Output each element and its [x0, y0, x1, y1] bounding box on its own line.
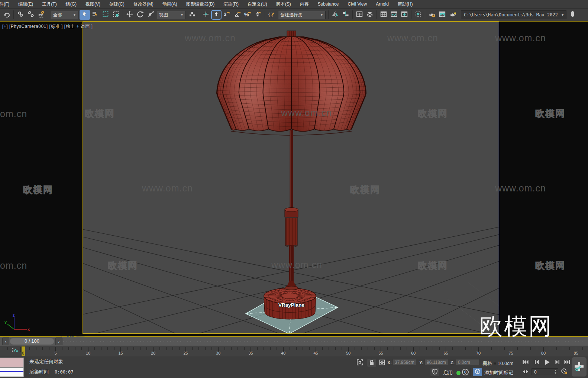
- menu-item-5[interactable]: 视图(V): [81, 0, 105, 8]
- go-start-icon: [522, 359, 529, 366]
- track-bar[interactable]: 0510152025303540455055606570758085: [0, 346, 588, 356]
- isolate-selection-button[interactable]: [413, 10, 423, 20]
- x-coordinate-field[interactable]: 37.959cm: [392, 359, 416, 365]
- menu-item-16[interactable]: Arnold: [371, 0, 393, 8]
- x-coordinate-label: X:: [387, 360, 392, 365]
- z-coordinate-field[interactable]: 0.0cm: [456, 359, 479, 365]
- select-and-rotate-button[interactable]: [135, 10, 145, 20]
- select-object-button[interactable]: [80, 10, 90, 20]
- add-time-tag-button[interactable]: 添加时间标记: [484, 369, 513, 376]
- mini-curve-editor-button[interactable]: [11, 347, 19, 355]
- menu-item-15[interactable]: Civil View: [343, 0, 371, 8]
- frame-number-25: 25: [184, 351, 188, 355]
- time-tag-cube-button[interactable]: [473, 368, 482, 376]
- menu-item-4[interactable]: 组(G): [61, 0, 81, 8]
- menu-item-6[interactable]: 创建(C): [105, 0, 129, 8]
- camera-viewport[interactable]: VRayPlane: [83, 22, 499, 334]
- status-green-indicator: [456, 371, 461, 375]
- time-slider-handle[interactable]: 0 / 100: [10, 337, 54, 345]
- frame-number-10: 10: [86, 351, 90, 355]
- go-to-end-button[interactable]: [563, 359, 572, 366]
- key-mode-toggle-button[interactable]: [522, 369, 529, 375]
- go-to-start-button[interactable]: [521, 359, 530, 366]
- next-frame-button[interactable]: [553, 359, 562, 366]
- macro-recorder-field[interactable]: [0, 358, 24, 368]
- select-and-scale-button[interactable]: [145, 10, 156, 20]
- angle-snap-button[interactable]: [232, 10, 242, 20]
- use-pivot-center-button[interactable]: [187, 10, 197, 20]
- menu-item-2[interactable]: 编辑(E): [14, 0, 38, 8]
- redo-button[interactable]: [1, 10, 12, 20]
- plus-key-icon: [573, 361, 585, 374]
- unlink-selection-button[interactable]: [26, 10, 36, 20]
- select-by-name-button[interactable]: [90, 10, 100, 20]
- toggle-scene-explorer-button[interactable]: [378, 10, 389, 20]
- named-selection-set-dropdown[interactable]: 创建选择集▼: [278, 11, 326, 19]
- align-button[interactable]: [340, 10, 351, 20]
- select-and-move-button[interactable]: [125, 10, 135, 20]
- menu-item-3[interactable]: 工具(T): [38, 0, 61, 8]
- statusbar-divider: [26, 357, 26, 377]
- edit-named-selection-button[interactable]: { }: [266, 10, 277, 20]
- menu-item-10[interactable]: 渲染(R): [219, 0, 243, 8]
- previous-frame-button[interactable]: [532, 359, 541, 366]
- scene-layers-button[interactable]: [365, 10, 375, 20]
- spinner-snap-button[interactable]: [253, 10, 263, 20]
- menu-item-7[interactable]: 修改器(M): [129, 0, 158, 8]
- adaptive-degradation-button[interactable]: [430, 368, 439, 376]
- select-object-icon: [81, 11, 88, 19]
- curve-editor-button[interactable]: [389, 10, 399, 20]
- menu-item-8[interactable]: 动画(A): [158, 0, 182, 8]
- menu-item-17[interactable]: 帮助(H): [393, 0, 417, 8]
- set-key-button[interactable]: [572, 357, 587, 377]
- viewport-label[interactable]: [+] [PhysCamera001] [标准 ] [粘土 + 边面 ]: [2, 23, 93, 30]
- chevron-down-icon: ▼: [73, 13, 76, 17]
- project-path-field[interactable]: C:\Users\Han\Documents\3ds Max 2022▼: [461, 10, 566, 19]
- menu-item-11[interactable]: 自定义(U): [243, 0, 272, 8]
- absolute-mode-button[interactable]: [378, 359, 387, 367]
- notification-count-badge[interactable]: 0: [462, 369, 469, 375]
- time-configuration-button[interactable]: [560, 368, 569, 375]
- selection-lock-toggle-button[interactable]: [367, 359, 376, 367]
- reference-coordinate-dropdown[interactable]: 视图▼: [157, 11, 186, 19]
- toolbar-separator: [265, 10, 265, 19]
- statusbar-divider: [471, 368, 471, 376]
- chevron-down-icon: ▼: [180, 13, 184, 17]
- menu-item-13[interactable]: 内容: [295, 0, 313, 8]
- svg-text:3: 3: [224, 12, 226, 17]
- rectangular-selection-region-button[interactable]: [100, 10, 111, 20]
- snap-toggle-button[interactable]: [211, 10, 222, 20]
- snap-3d-button[interactable]: 3: [222, 10, 232, 20]
- select-and-link-button[interactable]: [15, 10, 26, 20]
- schematic-view-button[interactable]: [399, 10, 410, 20]
- maxscript-mini-listener[interactable]: [0, 368, 24, 377]
- layer-manager-button[interactable]: [354, 10, 365, 20]
- rendered-frame-window-button[interactable]: [437, 10, 448, 20]
- chevron-down-icon: ▼: [320, 13, 323, 17]
- menu-item-9[interactable]: 图形编辑器(D): [182, 0, 219, 8]
- menu-item-1[interactable]: 文件(F): [0, 0, 14, 8]
- notification-button[interactable]: [566, 10, 577, 20]
- select-and-place-button[interactable]: [201, 10, 211, 20]
- toolbar-separator: [425, 10, 425, 19]
- percent-snap-button[interactable]: %: [242, 10, 253, 20]
- next-frame-arrow-button[interactable]: ›: [55, 337, 62, 345]
- bind-to-space-warp-button[interactable]: [36, 10, 46, 20]
- frame-number-75: 75: [509, 351, 513, 355]
- frame-spinner[interactable]: ▲▼: [554, 369, 557, 374]
- play-button[interactable]: [542, 359, 552, 366]
- selection-filter-dropdown[interactable]: 全部▼: [51, 11, 78, 19]
- menu-item-14[interactable]: Substance: [313, 0, 343, 8]
- isolate-selection-toggle-button[interactable]: [355, 359, 364, 367]
- mirror-button[interactable]: [330, 10, 340, 20]
- y-coordinate-field[interactable]: 96.118cm: [424, 359, 448, 365]
- current-frame-field[interactable]: 0▲▼: [532, 368, 558, 375]
- bell-icon: [569, 11, 574, 19]
- render-production-button[interactable]: [448, 10, 458, 20]
- menu-item-12[interactable]: 脚本(S): [272, 0, 295, 8]
- window-crossing-button[interactable]: [111, 10, 121, 20]
- frame-number-5: 5: [55, 351, 57, 355]
- y-coordinate-label: Y:: [419, 360, 423, 365]
- previous-frame-arrow-button[interactable]: ‹: [2, 337, 9, 345]
- render-setup-button[interactable]: [427, 10, 437, 20]
